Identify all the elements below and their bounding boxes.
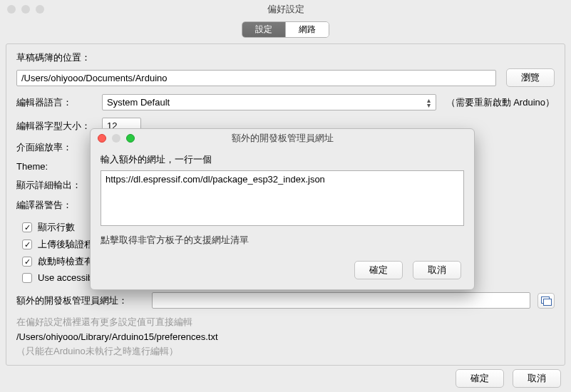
editor-language-label: 編輯器語言： [16,96,102,109]
modal-titlebar: 額外的開發板管理員網址 [91,129,474,148]
compiler-warnings-label: 編譯器警告： [16,199,102,212]
modal-title: 額外的開發板管理員網址 [232,132,334,145]
checkbox-line-numbers-label: 顯示行數 [38,221,75,234]
modal-buttons: 確定 取消 [91,255,474,289]
modal-instruction: 輸入額外的網址，一行一個 [101,153,464,166]
open-extra-urls-button[interactable] [537,293,555,309]
unofficial-boards-link[interactable]: 點擊取得非官方板子的支援網址清單 [101,234,464,247]
cancel-button[interactable]: 取消 [513,369,561,388]
checkbox-check-updates[interactable] [22,257,32,267]
footer-edit-note: （只能在Arduino未執行之時進行編輯） [16,345,555,358]
tab-settings[interactable]: 設定 [242,22,286,37]
editor-language-select[interactable]: System Default ▴▾ [102,94,436,110]
extra-urls-modal: 額外的開發板管理員網址 輸入額外的網址，一行一個 點擊取得非官方板子的支援網址清… [90,128,475,290]
modal-ok-button[interactable]: 確定 [354,261,403,279]
modal-traffic-lights [98,134,135,143]
checkbox-line-numbers[interactable] [22,222,32,232]
minimize-icon[interactable] [21,5,30,14]
editor-language-value: System Default [102,94,436,110]
close-icon[interactable] [98,134,106,143]
tab-strip: 設定 網路 [0,19,571,43]
checkbox-verify-upload[interactable] [22,239,32,249]
footer-more-settings: 在偏好設定檔裡還有更多設定值可直接編輯 [16,316,555,329]
sketchbook-label: 草稿碼簿的位置： [16,51,555,64]
ok-button[interactable]: 確定 [456,369,504,388]
chevron-updown-icon: ▴▾ [427,98,431,108]
checkbox-check-updates-label: 啟動時檢查有 [38,255,93,268]
extra-urls-input[interactable] [152,292,530,309]
footer-pref-path: /Users/ohiyooo/Library/Arduino15/prefere… [16,331,555,342]
zoom-icon[interactable] [126,134,135,143]
modal-cancel-button[interactable]: 取消 [413,261,461,279]
traffic-lights [7,5,44,14]
editor-language-note: （需要重新啟動 Arduino） [446,96,555,109]
verbose-output-label: 顯示詳細輸出： [16,179,102,192]
extra-urls-label: 額外的開發板管理員網址： [16,294,152,307]
window-title: 偏好設定 [267,3,304,16]
extra-urls-textarea[interactable] [101,170,464,226]
tabs: 設定 網路 [242,21,329,38]
font-size-label: 編輯器字型大小： [16,120,102,133]
theme-label: Theme: [16,161,102,172]
tab-network[interactable]: 網路 [286,22,329,37]
zoom-icon[interactable] [36,5,44,14]
minimize-icon[interactable] [112,134,120,143]
interface-scale-label: 介面縮放率： [16,141,102,154]
sketchbook-path-input[interactable] [16,70,496,86]
browse-button[interactable]: 瀏覽 [506,68,555,87]
window-stack-icon [541,296,551,305]
dialog-buttons: 確定 取消 [456,369,561,388]
close-icon[interactable] [7,5,16,14]
checkbox-accessibility[interactable] [22,273,32,283]
checkbox-verify-upload-label: 上傳後驗證程 [38,238,93,251]
window-titlebar: 偏好設定 [0,0,571,19]
